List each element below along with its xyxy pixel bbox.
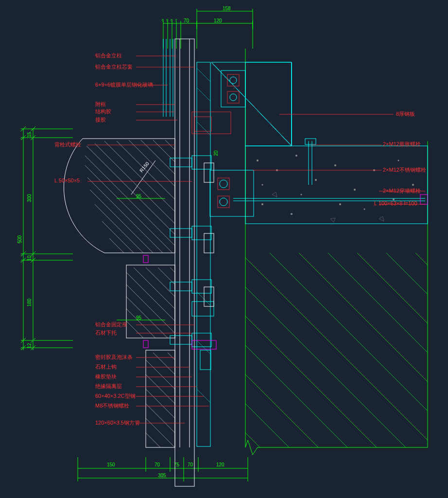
dim-gamma1: 95 xyxy=(136,194,141,199)
svg-line-112 xyxy=(85,165,172,253)
svg-rect-149 xyxy=(192,156,211,169)
label-backbolt: 背栓式螺栓 xyxy=(54,141,81,148)
svg-line-107 xyxy=(197,122,210,135)
steel-bracket xyxy=(210,170,254,216)
svg-line-120 xyxy=(104,141,175,212)
label-joint-glue: 接胶 xyxy=(95,116,106,124)
svg-line-115 xyxy=(95,204,143,253)
svg-line-113 xyxy=(87,178,163,253)
svg-line-57 xyxy=(415,253,428,265)
svg-point-74 xyxy=(398,160,399,161)
svg-rect-186 xyxy=(143,255,148,263)
svg-line-45 xyxy=(245,258,428,440)
label-c-steel: 60×40×3.2C型钢 xyxy=(95,392,136,400)
svg-point-72 xyxy=(301,194,302,196)
label-struct-glue: 结构胶 xyxy=(95,108,111,115)
dim-top-70: 70 xyxy=(184,18,189,23)
label-steel-tube: 120×60×3.5钢方管 xyxy=(95,419,140,427)
svg-rect-152 xyxy=(192,333,211,347)
svg-line-122 xyxy=(129,140,175,186)
label-m8-bolt: M8不锈钢螺栓 xyxy=(95,402,129,409)
back-bolts xyxy=(170,112,231,347)
svg-rect-89 xyxy=(227,74,239,86)
stone-panel-upper xyxy=(64,139,175,253)
label-angle-100: L 100×63×8 l=100 xyxy=(374,200,417,206)
drawing-svg xyxy=(0,0,448,498)
svg-line-117 xyxy=(109,238,124,253)
svg-line-144 xyxy=(168,353,175,360)
svg-line-116 xyxy=(102,221,134,253)
stone-panel-bottom xyxy=(146,350,175,447)
dim-bot-75: 75 xyxy=(174,462,179,467)
svg-point-69 xyxy=(291,213,293,215)
svg-line-139 xyxy=(146,389,175,418)
label-alu-mullion: 铝合金立柱 xyxy=(95,52,122,59)
svg-rect-58 xyxy=(245,146,428,224)
label-glass: 6+9+6镀膜单层钢化玻璃 xyxy=(95,81,153,89)
svg-line-53 xyxy=(299,253,428,382)
svg-line-41 xyxy=(245,440,248,447)
dim-top-158: 158 xyxy=(223,6,231,11)
dim-left-10: 10 xyxy=(27,255,32,261)
svg-point-70 xyxy=(339,203,341,205)
svg-rect-81 xyxy=(210,170,254,216)
svg-point-61 xyxy=(295,155,297,157)
svg-point-59 xyxy=(257,160,258,161)
svg-rect-147 xyxy=(170,282,192,291)
svg-point-82 xyxy=(220,180,227,188)
svg-line-130 xyxy=(126,309,155,338)
top-dimensions xyxy=(163,9,253,49)
mid-fixings xyxy=(192,163,216,370)
left-dimensions xyxy=(21,126,73,350)
svg-line-47 xyxy=(245,316,377,447)
dim-top-9: 9 xyxy=(166,18,168,22)
svg-line-42 xyxy=(248,440,253,455)
dim-top-120: 120 xyxy=(214,18,222,23)
dim-gamma2: 95 xyxy=(136,315,141,320)
svg-line-137 xyxy=(146,360,175,389)
svg-point-63 xyxy=(334,164,336,166)
svg-point-67 xyxy=(412,184,414,186)
svg-line-48 xyxy=(245,345,347,447)
svg-rect-145 xyxy=(170,158,192,167)
label-sealant: 密封胶及泡沫条 xyxy=(95,354,133,361)
svg-line-105 xyxy=(197,68,210,82)
svg-rect-96 xyxy=(420,195,428,204)
structural-wall xyxy=(245,49,428,455)
svg-line-140 xyxy=(146,404,175,433)
svg-line-110 xyxy=(197,389,210,403)
svg-rect-90 xyxy=(227,91,239,103)
dim-top-6b: 6 xyxy=(171,18,172,22)
mullion-system xyxy=(163,39,210,486)
svg-marker-76 xyxy=(330,218,335,222)
svg-point-83 xyxy=(220,198,227,206)
svg-rect-148 xyxy=(170,336,192,344)
svg-line-46 xyxy=(245,287,406,447)
svg-line-55 xyxy=(357,253,428,323)
label-thru-bolt: 2×M12穿墙螺栓 xyxy=(383,187,421,195)
svg-point-71 xyxy=(262,184,263,186)
steel-plate-triangle xyxy=(211,62,292,146)
dim-left-300: 300 xyxy=(27,194,32,202)
svg-point-64 xyxy=(354,189,356,191)
label-alu-core: 铝合金立柱芯套 xyxy=(95,63,133,71)
leader-lines xyxy=(87,56,425,423)
svg-rect-181 xyxy=(204,163,214,182)
svg-marker-77 xyxy=(379,216,384,221)
concrete-block xyxy=(245,146,428,224)
svg-line-108 xyxy=(197,292,210,305)
svg-marker-75 xyxy=(272,192,277,197)
dim-bot-150: 150 xyxy=(107,462,115,467)
svg-line-111 xyxy=(85,156,175,246)
svg-rect-187 xyxy=(143,340,148,348)
svg-line-138 xyxy=(146,374,175,404)
svg-line-52 xyxy=(270,253,428,411)
svg-line-118 xyxy=(86,146,175,234)
svg-line-135 xyxy=(170,267,175,272)
svg-rect-182 xyxy=(204,233,214,253)
dim-20: 20 xyxy=(213,150,219,156)
label-exp-bolt: 2×M12膨胀螺栓 xyxy=(383,141,421,148)
svg-line-114 xyxy=(90,190,153,253)
svg-point-68 xyxy=(261,203,263,205)
svg-point-73 xyxy=(364,209,365,210)
